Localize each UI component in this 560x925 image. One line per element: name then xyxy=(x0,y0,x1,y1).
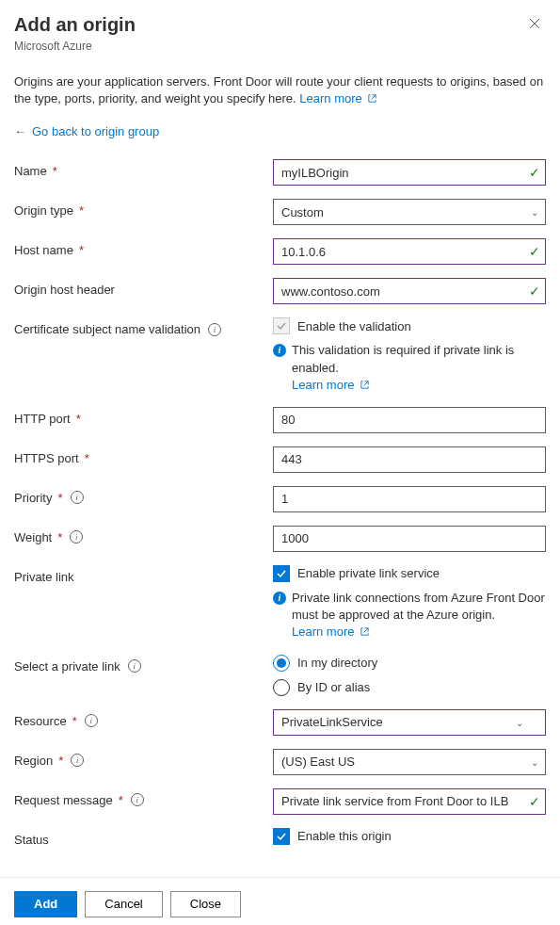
radio-in-my-directory[interactable]: In my directory xyxy=(273,655,546,672)
info-icon[interactable]: i xyxy=(71,754,84,767)
priority-input[interactable] xyxy=(273,486,546,512)
cert-validation-note: This validation is required if private l… xyxy=(292,343,514,374)
page-subtitle: Microsoft Azure xyxy=(14,40,546,53)
required-icon: * xyxy=(79,243,84,257)
cert-validation-label: Certificate subject name validation xyxy=(14,322,200,336)
status-checkbox-label: Enable this origin xyxy=(297,829,392,843)
https-port-input[interactable] xyxy=(273,446,546,473)
add-button[interactable]: Add xyxy=(14,891,77,917)
learn-more-link[interactable]: Learn more xyxy=(299,91,377,105)
required-icon: * xyxy=(85,451,89,465)
close-button[interactable] xyxy=(523,14,546,35)
origin-type-select[interactable]: Custom xyxy=(273,199,546,225)
info-icon[interactable]: i xyxy=(131,793,144,806)
https-port-label: HTTPS port xyxy=(14,451,79,465)
region-select[interactable]: (US) East US xyxy=(273,749,546,775)
required-icon: * xyxy=(57,530,62,544)
host-name-label: Host name xyxy=(14,243,73,257)
required-icon: * xyxy=(76,412,81,426)
close-button-footer[interactable]: Close xyxy=(170,891,241,917)
resource-select[interactable]: PrivateLinkService xyxy=(273,709,546,736)
priority-label: Priority xyxy=(14,491,52,505)
radio-label: In my directory xyxy=(297,656,377,670)
info-icon[interactable]: i xyxy=(208,323,221,336)
region-label: Region xyxy=(14,754,53,768)
origin-host-header-input[interactable] xyxy=(273,278,546,304)
external-link-icon xyxy=(367,93,377,104)
required-icon: * xyxy=(57,491,62,505)
radio-icon xyxy=(273,655,290,672)
cancel-button[interactable]: Cancel xyxy=(85,891,162,917)
external-link-icon xyxy=(360,626,370,637)
http-port-input[interactable] xyxy=(273,407,546,433)
learn-more-link[interactable]: Learn more xyxy=(292,378,370,392)
origin-type-label: Origin type xyxy=(14,203,73,218)
back-link[interactable]: Go back to origin group xyxy=(32,124,159,138)
resource-label: Resource xyxy=(14,714,67,728)
info-icon[interactable]: i xyxy=(70,530,83,544)
required-icon: * xyxy=(58,754,63,768)
weight-label: Weight xyxy=(14,530,52,544)
required-icon: * xyxy=(119,793,123,807)
required-icon: * xyxy=(72,714,77,728)
origin-host-header-label: Origin host header xyxy=(14,283,115,297)
cert-validation-checkbox-label: Enable the validation xyxy=(297,319,411,333)
private-link-checkbox-label: Enable private link service xyxy=(297,566,440,580)
radio-by-id-or-alias[interactable]: By ID or alias xyxy=(273,679,546,696)
page-title: Add an origin xyxy=(14,14,136,36)
back-arrow-icon: ← xyxy=(14,124,26,138)
name-label: Name xyxy=(14,164,47,178)
description: Origins are your application servers. Fr… xyxy=(14,73,546,107)
request-message-label: Request message xyxy=(14,793,113,807)
http-port-label: HTTP port xyxy=(14,412,71,426)
required-icon: * xyxy=(79,203,84,218)
info-icon[interactable]: i xyxy=(85,714,98,727)
radio-label: By ID or alias xyxy=(297,680,370,694)
radio-icon xyxy=(273,679,290,696)
info-icon: i xyxy=(273,344,286,357)
cert-validation-checkbox[interactable] xyxy=(273,317,290,334)
host-name-select[interactable]: 10.1.0.6 xyxy=(273,238,546,265)
status-checkbox[interactable] xyxy=(273,828,290,845)
private-link-label: Private link xyxy=(14,570,74,584)
private-link-note: Private link connections from Azure Fron… xyxy=(292,591,545,622)
required-icon: * xyxy=(53,164,57,178)
private-link-checkbox[interactable] xyxy=(273,565,290,582)
request-message-input[interactable] xyxy=(273,788,546,815)
info-icon[interactable]: i xyxy=(128,659,141,673)
close-icon xyxy=(529,18,540,29)
learn-more-link[interactable]: Learn more xyxy=(292,625,370,639)
select-private-link-label: Select a private link xyxy=(14,659,120,673)
weight-input[interactable] xyxy=(273,526,546,552)
name-input[interactable] xyxy=(273,159,546,186)
status-label: Status xyxy=(14,833,49,847)
external-link-icon xyxy=(360,380,370,390)
info-icon[interactable]: i xyxy=(71,491,84,504)
info-icon: i xyxy=(273,592,286,605)
